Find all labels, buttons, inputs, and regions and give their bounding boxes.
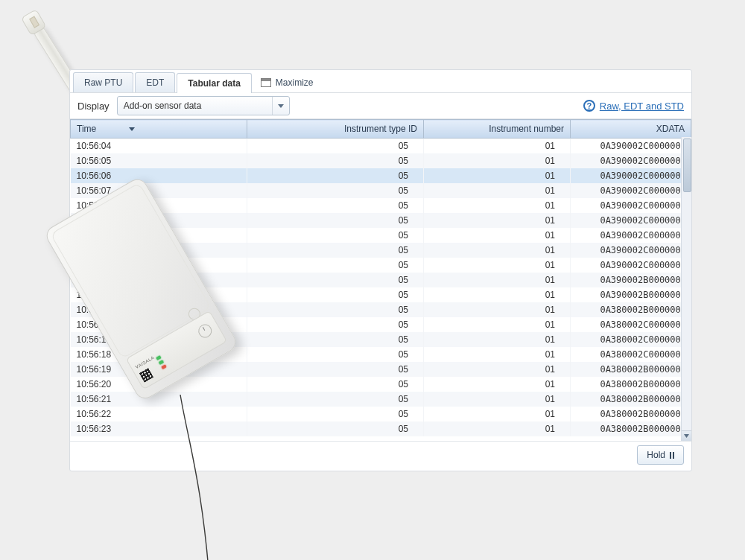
table-row[interactable]: 10:56:0405010A390002C0000000 bbox=[71, 139, 691, 154]
table-row[interactable]: 10:56:1305010A390002B0000000 bbox=[71, 273, 691, 287]
cell-instrument-type-id: 05 bbox=[247, 407, 424, 421]
table-row[interactable]: 10:56:1605010A380002C0000000 bbox=[71, 317, 691, 332]
cell-time: 10:56:14 bbox=[71, 287, 247, 302]
cell-xdata: 0A390002C0000000 bbox=[571, 228, 691, 243]
cell-instrument-type-id: 05 bbox=[247, 302, 424, 317]
table-row[interactable]: 10:56:1805010A380002C0000000 bbox=[71, 347, 691, 362]
cell-instrument-number: 01 bbox=[424, 153, 571, 168]
cell-xdata: 0A390002C0000000 bbox=[571, 183, 691, 198]
tab-tabular-data[interactable]: Tabular data bbox=[177, 73, 251, 93]
cell-instrument-number: 01 bbox=[424, 168, 571, 183]
table-row[interactable]: 10:56:1005010A390002C0000000 bbox=[71, 228, 691, 243]
table-row[interactable]: 10:56:0805010A390002C0000000 bbox=[71, 198, 691, 213]
data-table-wrapper: Time Instrument type ID Instrument numbe… bbox=[70, 119, 691, 441]
cell-instrument-type-id: 05 bbox=[247, 153, 424, 168]
display-label: Display bbox=[77, 101, 110, 112]
table-row[interactable]: 10:56:2005010A380002B0000000 bbox=[71, 377, 691, 392]
cell-time: 10:56:08 bbox=[71, 198, 247, 213]
cell-instrument-type-id: 05 bbox=[247, 228, 424, 243]
cell-time: 10:56:21 bbox=[71, 392, 247, 407]
help-link-raw-edt-std[interactable]: ? Raw, EDT and STD bbox=[583, 100, 684, 112]
cell-time: 10:56:09 bbox=[71, 213, 247, 228]
col-time[interactable]: Time bbox=[71, 120, 247, 139]
col-instrument-type-id[interactable]: Instrument type ID bbox=[247, 120, 424, 139]
col-xdata[interactable]: XDATA bbox=[571, 120, 691, 139]
table-row[interactable]: 10:56:0605010A390002C0000000 bbox=[71, 168, 691, 183]
cell-instrument-type-id: 05 bbox=[247, 273, 424, 287]
cell-time: 10:56:18 bbox=[71, 347, 247, 362]
table-row[interactable]: 10:56:1105010A390002C0000000 bbox=[71, 243, 691, 258]
cell-time: 10:56:13 bbox=[71, 273, 247, 287]
maximize-label: Maximize bbox=[276, 77, 314, 88]
cell-time: 10:56:10 bbox=[71, 228, 247, 243]
scrollbar-thumb[interactable] bbox=[683, 139, 691, 192]
cell-instrument-type-id: 05 bbox=[247, 332, 424, 347]
cell-xdata: 0A390002B0000000 bbox=[571, 287, 691, 302]
cell-time: 10:56:06 bbox=[71, 168, 247, 183]
cell-time: 10:56:11 bbox=[71, 243, 247, 258]
table-row[interactable]: 10:56:0705010A390002C0000000 bbox=[71, 183, 691, 198]
table-row[interactable]: 10:56:0905010A390002C0000000 bbox=[71, 213, 691, 228]
tab-raw-ptu[interactable]: Raw PTU bbox=[73, 72, 133, 92]
display-dropdown[interactable]: Add-on sensor data bbox=[117, 96, 290, 115]
cell-instrument-type-id: 05 bbox=[247, 168, 424, 183]
hold-label: Hold bbox=[647, 450, 665, 460]
display-row: Display Add-on sensor data ? Raw, EDT an… bbox=[70, 93, 691, 119]
cell-instrument-number: 01 bbox=[424, 362, 571, 377]
cell-xdata: 0A390002C0000000 bbox=[571, 139, 691, 154]
cell-xdata: 0A380002C0000000 bbox=[571, 332, 691, 347]
cell-instrument-number: 01 bbox=[424, 258, 571, 273]
cell-instrument-number: 01 bbox=[424, 287, 571, 302]
cell-time: 10:56:16 bbox=[71, 317, 247, 332]
cell-xdata: 0A390002C0000000 bbox=[571, 153, 691, 168]
table-row[interactable]: 10:56:2205010A380002B0000000 bbox=[71, 407, 691, 421]
cell-instrument-number: 01 bbox=[424, 243, 571, 258]
cell-instrument-type-id: 05 bbox=[247, 377, 424, 392]
table-row[interactable]: 10:56:1905010A380002B0000000 bbox=[71, 362, 691, 377]
cell-instrument-type-id: 05 bbox=[247, 347, 424, 362]
cell-instrument-type-id: 05 bbox=[247, 139, 424, 154]
tabular-data-panel: Raw PTU EDT Tabular data Maximize Displa… bbox=[69, 69, 692, 471]
help-icon: ? bbox=[583, 100, 595, 112]
cell-xdata: 0A390002C0000000 bbox=[571, 258, 691, 273]
cell-instrument-number: 01 bbox=[424, 198, 571, 213]
maximize-button[interactable]: Maximize bbox=[261, 73, 314, 92]
cell-time: 10:56:22 bbox=[71, 407, 247, 421]
cell-instrument-type-id: 05 bbox=[247, 392, 424, 407]
maximize-icon bbox=[261, 78, 271, 87]
help-link-text: Raw, EDT and STD bbox=[600, 101, 684, 112]
vertical-scrollbar[interactable] bbox=[681, 137, 691, 441]
pause-icon bbox=[670, 452, 674, 459]
cell-instrument-number: 01 bbox=[424, 213, 571, 228]
hold-button[interactable]: Hold bbox=[637, 445, 684, 465]
cell-time: 10:56:12 bbox=[71, 258, 247, 273]
cell-xdata: 0A380002C0000000 bbox=[571, 347, 691, 362]
table-row[interactable]: 10:56:1205010A390002C0000000 bbox=[71, 258, 691, 273]
cell-xdata: 0A380002B0000000 bbox=[571, 302, 691, 317]
cell-instrument-number: 01 bbox=[424, 302, 571, 317]
tab-edt[interactable]: EDT bbox=[135, 72, 175, 92]
cell-xdata: 0A390002C0000000 bbox=[571, 168, 691, 183]
cell-instrument-number: 01 bbox=[424, 421, 571, 436]
cell-instrument-number: 01 bbox=[424, 317, 571, 332]
cell-xdata: 0A390002C0000000 bbox=[571, 213, 691, 228]
cell-instrument-type-id: 05 bbox=[247, 213, 424, 228]
col-instrument-number[interactable]: Instrument number bbox=[424, 120, 571, 139]
cell-instrument-number: 01 bbox=[424, 183, 571, 198]
scroll-down-button[interactable] bbox=[682, 430, 691, 441]
table-row[interactable]: 10:56:1405010A390002B0000000 bbox=[71, 287, 691, 302]
table-row[interactable]: 10:56:1505010A380002B0000000 bbox=[71, 302, 691, 317]
table-row[interactable]: 10:56:0505010A390002C0000000 bbox=[71, 153, 691, 168]
cell-instrument-type-id: 05 bbox=[247, 317, 424, 332]
cell-time: 10:56:04 bbox=[71, 139, 247, 154]
tab-strip: Raw PTU EDT Tabular data Maximize bbox=[70, 70, 691, 93]
cell-instrument-number: 01 bbox=[424, 377, 571, 392]
cell-xdata: 0A380002B0000000 bbox=[571, 407, 691, 421]
table-row[interactable]: 10:56:2305010A380002B0000000 bbox=[71, 421, 691, 436]
cell-xdata: 0A380002C0000000 bbox=[571, 317, 691, 332]
cell-xdata: 0A390002C0000000 bbox=[571, 198, 691, 213]
table-row[interactable]: 10:56:1705010A380002C0000000 bbox=[71, 332, 691, 347]
table-row[interactable]: 10:56:2105010A380002B0000000 bbox=[71, 392, 691, 407]
cell-xdata: 0A390002B0000000 bbox=[571, 273, 691, 287]
panel-footer: Hold bbox=[70, 441, 691, 468]
